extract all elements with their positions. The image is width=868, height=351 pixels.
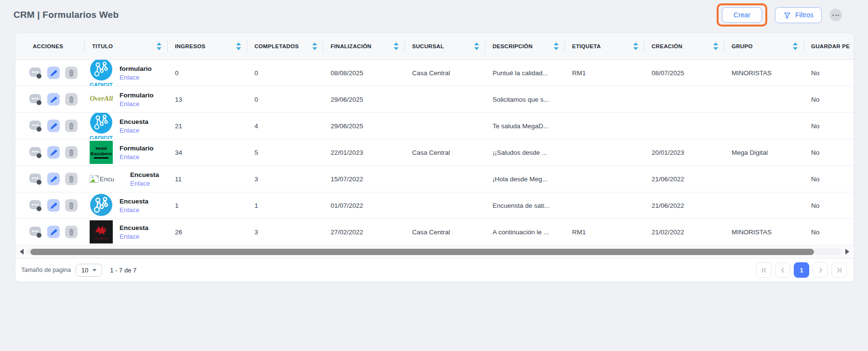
comment-icon[interactable] [29,120,42,132]
grupo-cell [724,166,803,192]
guardar-cell: No [803,60,854,86]
sort-arrows-icon[interactable] [157,42,161,50]
trash-icon[interactable] [65,226,78,238]
comment-icon[interactable] [29,146,42,159]
titulo-cell: Encu Encuesta Enlace [84,166,167,192]
sucursal-cell: Casa Central [404,219,485,245]
sucursal-cell [404,113,485,139]
guardar-cell: No [803,113,854,139]
trash-icon[interactable] [65,93,78,106]
hotel-bacubero-logo: Hotel Bacubero [90,141,113,164]
filters-button[interactable]: Filtros [775,7,822,23]
trash-icon[interactable] [65,173,78,185]
descripcion-cell: Te saluda MegaD... [485,113,564,139]
finalizacion-cell: 27/02/2022 [323,219,404,245]
form-title-box: Encuesta Enlace [120,224,148,240]
comment-icon[interactable] [29,93,42,106]
edit-icon[interactable] [47,93,60,106]
scrollbar-track[interactable] [27,248,842,255]
enlace-link[interactable]: Enlace [120,127,139,134]
ingresos-cell: 0 [167,60,247,86]
last-page-button[interactable] [831,262,847,278]
grupo-cell: Mega Digital [724,139,803,165]
completados-cell: 5 [247,139,323,165]
gadigital-logo: GADIGIT [90,60,113,86]
trash-icon[interactable] [65,146,78,159]
enlace-link[interactable]: Enlace [120,100,139,108]
page-header: CRM | Formularios Web Crear Filtros [0,0,868,29]
scroll-right-arrow-icon[interactable] [845,249,850,255]
gadigital-caption: GADIGIT [90,135,113,139]
trash-icon[interactable] [65,199,78,212]
form-title-box: Formulario Enlace [120,92,154,108]
titulo-cell: Hotel Bacubero Formulario Enlace [84,139,167,165]
finalizacion-cell: 29/06/2025 [323,86,404,112]
trash-icon[interactable] [65,67,78,79]
create-button[interactable]: Crear [722,7,762,23]
first-page-button[interactable] [756,262,772,278]
titulo-cell: Encuesta Enlace [84,192,167,218]
next-page-button[interactable] [813,262,828,278]
gadigital-caption: GADIGIT [90,82,113,86]
redragon-logo: REDRAGON [90,220,113,243]
creacion-cell [644,113,724,139]
form-title: Formulario [120,92,154,99]
sort-arrows-icon[interactable] [236,42,241,50]
grupo-cell [724,86,803,112]
actions-cell [15,86,84,112]
table-row: Encuesta Enlace 1 1 01/07/2022 Encuensta… [15,192,854,219]
edit-icon[interactable] [47,226,60,238]
sort-arrows-icon[interactable] [633,42,638,50]
broken-image-icon: Encu [90,175,123,183]
creacion-cell: 20/01/2023 [644,139,724,165]
completados-cell: 3 [247,166,323,192]
enlace-link[interactable]: Enlace [120,233,139,240]
completados-cell: 0 [247,60,323,86]
titulo-cell: GADIGIT Encuesta Enlace [84,113,167,139]
enlace-link[interactable]: Enlace [120,206,139,214]
trash-icon[interactable] [65,120,78,132]
column-header-finalizacion: FINALIZACIÓN [323,33,404,59]
sort-arrows-icon[interactable] [312,42,317,50]
descripcion-cell: Puntué la calidad... [485,60,564,86]
comment-icon[interactable] [29,226,42,238]
creacion-cell: 21/02/2022 [644,219,724,245]
enlace-link[interactable]: Enlace [120,74,139,81]
edit-icon[interactable] [47,67,60,79]
finalizacion-cell: 29/06/2025 [323,113,404,139]
enlace-link[interactable]: Enlace [130,180,150,187]
page-1-button[interactable]: 1 [794,262,809,278]
comment-icon[interactable] [29,67,42,79]
titulo-cell: REDRAGON Encuesta Enlace [84,219,167,245]
comment-icon[interactable] [29,173,42,185]
more-options-button[interactable] [829,9,842,21]
comment-icon[interactable] [29,199,42,212]
sort-arrows-icon[interactable] [793,42,798,50]
actions-cell [15,192,84,218]
etiqueta-cell [564,192,644,218]
edit-icon[interactable] [47,120,60,132]
table-header-row: ACCIONES TITULO INGRESOS COMPLETADOS FIN… [15,33,854,60]
form-title-box: Encuesta Enlace [120,118,148,134]
table-row: GADIGIT formulario Enlace 0 0 08/08/2025… [15,60,854,86]
page-size-select[interactable]: 10 [76,264,102,277]
etiqueta-cell: RM1 [564,219,644,245]
sort-arrows-icon[interactable] [713,42,718,50]
form-title: Encuesta [120,198,148,205]
table-footer: Tamaño de pagina 10 1 - 7 de 7 1 [15,258,854,282]
enlace-link[interactable]: Enlace [120,153,139,161]
edit-icon[interactable] [47,173,60,185]
grupo-cell: MINORISTAS [724,219,803,245]
sort-arrows-icon[interactable] [554,42,559,50]
sort-arrows-icon[interactable] [474,42,479,50]
edit-icon[interactable] [47,199,60,212]
column-header-grupo: GRUPO [724,33,803,59]
creacion-cell: 21/06/2022 [644,166,724,192]
sort-arrows-icon[interactable] [394,42,399,50]
finalizacion-cell: 22/01/2023 [323,139,404,165]
scroll-left-arrow-icon[interactable] [19,249,24,255]
previous-page-button[interactable] [775,262,790,278]
scrollbar-thumb[interactable] [30,249,814,255]
edit-icon[interactable] [47,146,60,159]
descripcion-cell: A continuación le ... [485,219,564,245]
